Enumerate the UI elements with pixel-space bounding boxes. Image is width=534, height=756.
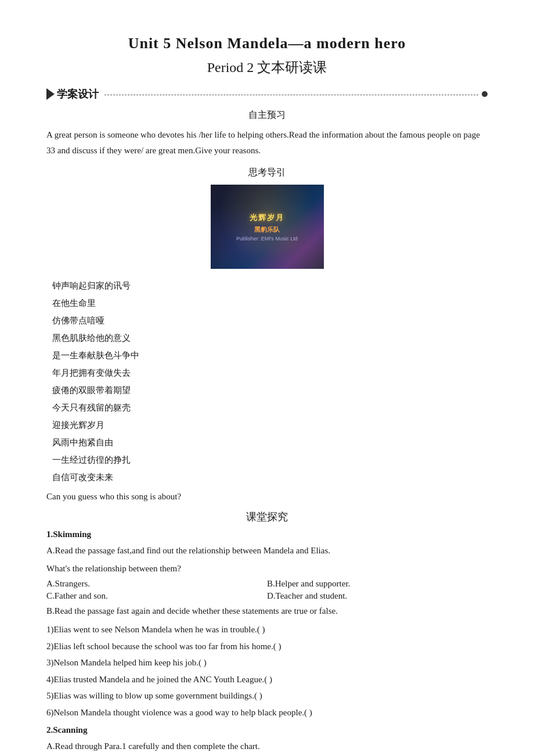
poem-line-10: 风雨中抱紧自由 — [52, 434, 488, 451]
skimming-title: 1.Skimming — [46, 530, 488, 539]
options-row-1: A.Strangers. B.Helper and supporter. — [46, 579, 488, 589]
section-end-dot — [482, 91, 488, 97]
statement-1: 1)Elias went to see Nelson Mandela when … — [46, 621, 488, 638]
skimming-a-text: A.Read the passage fast,and find out the… — [46, 543, 488, 559]
poem-line-7: 疲倦的双眼带着期望 — [52, 381, 488, 399]
section-header-label: 学案设计 — [57, 87, 99, 101]
guess-text: Can you guess who this song is about? — [46, 492, 488, 502]
poem-line-11: 一生经过彷徨的挣扎 — [52, 451, 488, 469]
poem-line-12: 自信可改变未来 — [52, 469, 488, 486]
option-a: A.Strangers. — [46, 579, 267, 589]
poem-section: 钟声响起归家的讯号 在他生命里 仿佛带点喑哑 黑色肌肤给他的意义 是一生奉献肤色… — [52, 277, 488, 486]
poem-line-6: 年月把拥有变做失去 — [52, 364, 488, 381]
section-header: 学案设计 — [46, 87, 488, 101]
statement-6: 6)Nelson Mandela thought violence was a … — [46, 704, 488, 721]
poem-line-8: 今天只有残留的躯壳 — [52, 399, 488, 416]
concert-title-en: Publisher: EMI's Music Ltd — [236, 236, 298, 242]
poem-line-2: 在他生命里 — [52, 294, 488, 312]
triangle-icon — [46, 88, 55, 100]
concert-image: 光辉岁月 黑豹乐队 Publisher: EMI's Music Ltd — [211, 185, 324, 269]
explore-section: 1.Skimming A.Read the passage fast,and f… — [46, 530, 488, 756]
concert-subtitle: 黑豹乐队 — [236, 225, 298, 234]
skimming-b-intro: B.Read the passage fast again and decide… — [46, 603, 488, 619]
option-c: C.Father and son. — [46, 591, 267, 601]
ke-tang-tan-jiu-title: 课堂探究 — [46, 510, 488, 524]
poem-line-1: 钟声响起归家的讯号 — [52, 277, 488, 294]
skimming-a-question: What's the relationship between them? — [46, 561, 488, 577]
options-row-2: C.Father and son. D.Teacher and student. — [46, 591, 488, 601]
poem-line-4: 黑色肌肤给他的意义 — [52, 329, 488, 347]
think-title: 思考导引 — [46, 167, 488, 179]
scanning-a-text: A.Read through Para.1 carefully and then… — [46, 739, 488, 754]
statement-5: 5)Elias was willing to blow up some gove… — [46, 687, 488, 704]
sub-title: Period 2 文本研读课 — [46, 58, 488, 77]
statement-3: 3)Nelson Mandela helped him keep his job… — [46, 654, 488, 671]
poem-line-3: 仿佛带点喑哑 — [52, 312, 488, 329]
option-d: D.Teacher and student. — [267, 591, 488, 601]
intro-text: A great person is someone who devotes hi… — [46, 127, 488, 159]
statement-2: 2)Elias left school because the school w… — [46, 638, 488, 655]
scanning-title: 2.Scanning — [46, 725, 488, 735]
concert-title-cn: 光辉岁月 — [236, 213, 298, 223]
option-b: B.Helper and supporter. — [267, 579, 488, 589]
section-divider — [104, 95, 478, 95]
think-section: 思考导引 光辉岁月 黑豹乐队 Publisher: EMI's Music Lt… — [46, 167, 488, 269]
statement-4: 4)Elias trusted Mandela and he joined th… — [46, 671, 488, 688]
poem-line-9: 迎接光辉岁月 — [52, 416, 488, 434]
poem-line-5: 是一生奉献肤色斗争中 — [52, 347, 488, 364]
zi-zhu-yu-xi-title: 自主预习 — [46, 109, 488, 121]
main-title: Unit 5 Nelson Mandela—a modern hero — [46, 35, 488, 52]
